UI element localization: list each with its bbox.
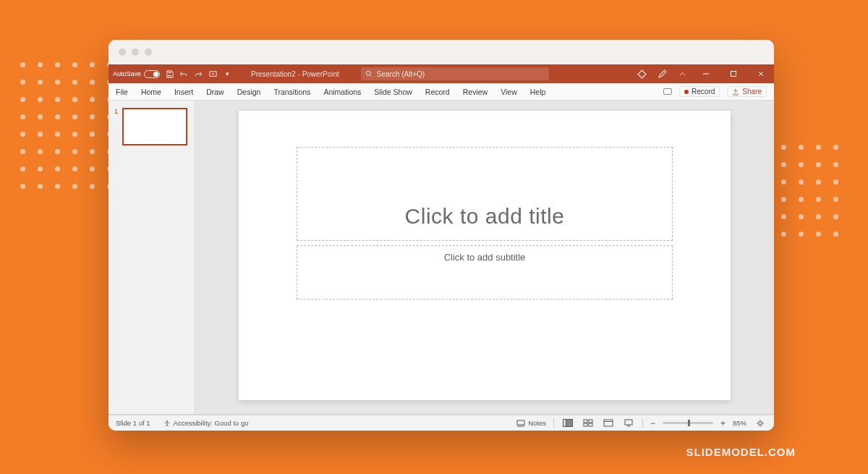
slide[interactable]: Click to add title Click to add subtitle bbox=[239, 111, 731, 400]
undo-icon[interactable] bbox=[179, 69, 189, 79]
svg-rect-6 bbox=[517, 420, 524, 425]
record-button[interactable]: Record bbox=[679, 86, 720, 97]
accessibility-icon bbox=[163, 420, 171, 427]
brand-watermark: SLIDEMODEL.COM bbox=[686, 446, 796, 458]
autosave-label: AutoSave bbox=[113, 70, 141, 77]
document-title: Presentation2 - PowerPoint bbox=[251, 70, 339, 78]
browser-frame: AutoSave ▾ Presentation2 - PowerPoint Se… bbox=[109, 40, 774, 431]
start-from-beginning-icon[interactable] bbox=[208, 69, 218, 79]
workspace: 1 Click to add title Click to add subtit… bbox=[109, 101, 774, 415]
slide-thumbnail-panel: 1 bbox=[109, 101, 195, 414]
notes-button[interactable]: Notes bbox=[516, 419, 546, 427]
zoom-level[interactable]: 85% bbox=[733, 419, 746, 427]
traffic-light-icon bbox=[145, 48, 152, 56]
tab-insert[interactable]: Insert bbox=[174, 88, 193, 96]
pen-icon[interactable] bbox=[657, 69, 667, 79]
zoom-out-button[interactable]: − bbox=[650, 418, 655, 428]
close-button[interactable] bbox=[752, 70, 770, 77]
title-placeholder[interactable]: Click to add title bbox=[297, 147, 673, 241]
title-bar: AutoSave ▾ Presentation2 - PowerPoint Se… bbox=[109, 64, 774, 83]
tab-slide-show[interactable]: Slide Show bbox=[374, 88, 412, 96]
accessibility-status[interactable]: Accessibility: Good to go bbox=[163, 419, 249, 427]
powerpoint-app: AutoSave ▾ Presentation2 - PowerPoint Se… bbox=[109, 64, 774, 431]
svg-point-1 bbox=[366, 71, 370, 75]
slide-counter: Slide 1 of 1 bbox=[116, 419, 150, 427]
svg-rect-11 bbox=[589, 420, 592, 423]
slide-thumbnail[interactable]: 1 bbox=[114, 108, 189, 145]
tab-help[interactable]: Help bbox=[530, 88, 546, 96]
browser-tabbar bbox=[109, 40, 774, 64]
tab-home[interactable]: Home bbox=[141, 88, 161, 96]
svg-line-2 bbox=[370, 75, 372, 77]
autosave-toggle[interactable]: AutoSave bbox=[113, 70, 160, 78]
svg-point-5 bbox=[166, 420, 168, 422]
tab-record[interactable]: Record bbox=[425, 88, 450, 96]
redo-icon[interactable] bbox=[193, 69, 203, 79]
slide-canvas-area: Click to add title Click to add subtitle bbox=[195, 101, 774, 414]
record-dot-icon bbox=[684, 90, 689, 94]
slide-sorter-button[interactable] bbox=[582, 418, 595, 428]
save-icon[interactable] bbox=[164, 69, 174, 79]
zoom-in-button[interactable]: + bbox=[720, 418, 726, 428]
svg-rect-16 bbox=[625, 420, 632, 425]
tab-animations[interactable]: Animations bbox=[323, 88, 361, 96]
tab-review[interactable]: Review bbox=[463, 88, 488, 96]
normal-view-button[interactable] bbox=[561, 418, 574, 428]
divider bbox=[553, 418, 554, 428]
title-placeholder-text: Click to add title bbox=[405, 204, 565, 229]
search-input[interactable]: Search (Alt+Q) bbox=[361, 67, 549, 80]
svg-rect-12 bbox=[584, 423, 587, 426]
svg-rect-13 bbox=[589, 423, 592, 426]
slideshow-view-button[interactable] bbox=[622, 418, 635, 428]
zoom-slider[interactable] bbox=[663, 422, 713, 424]
svg-rect-14 bbox=[604, 420, 613, 426]
search-placeholder: Search (Alt+Q) bbox=[377, 70, 425, 78]
tab-draw[interactable]: Draw bbox=[206, 88, 224, 96]
record-label: Record bbox=[692, 88, 715, 96]
ribbon-options-icon[interactable] bbox=[677, 69, 687, 79]
minimize-button[interactable] bbox=[697, 70, 715, 77]
maximize-button[interactable] bbox=[725, 70, 742, 77]
svg-rect-10 bbox=[584, 420, 587, 423]
subtitle-placeholder[interactable]: Click to add subtitle bbox=[297, 245, 673, 300]
notes-icon bbox=[516, 420, 525, 427]
subtitle-placeholder-text: Click to add subtitle bbox=[444, 252, 526, 263]
zoom-slider-thumb bbox=[688, 420, 690, 426]
ribbon-tabs: File Home Insert Draw Design Transitions… bbox=[109, 83, 774, 101]
thumbnail-preview bbox=[122, 108, 187, 145]
comments-icon[interactable] bbox=[663, 88, 672, 95]
traffic-light-icon bbox=[119, 48, 126, 56]
fit-to-window-button[interactable] bbox=[754, 418, 767, 428]
thumbnail-number: 1 bbox=[114, 108, 118, 145]
qat-dropdown-icon[interactable]: ▾ bbox=[222, 69, 232, 79]
traffic-light-icon bbox=[132, 48, 139, 56]
toggle-icon bbox=[144, 70, 160, 78]
reading-view-button[interactable] bbox=[602, 418, 615, 428]
status-bar: Slide 1 of 1 Accessibility: Good to go N… bbox=[109, 415, 774, 431]
diamond-icon[interactable] bbox=[637, 69, 647, 79]
search-icon bbox=[365, 70, 373, 77]
tab-view[interactable]: View bbox=[501, 88, 517, 96]
share-label: Share bbox=[742, 88, 762, 96]
share-icon bbox=[732, 88, 739, 96]
tab-transitions[interactable]: Transitions bbox=[273, 88, 310, 96]
tab-design[interactable]: Design bbox=[237, 88, 261, 96]
divider bbox=[642, 418, 643, 428]
svg-rect-9 bbox=[563, 420, 566, 427]
tab-file[interactable]: File bbox=[116, 88, 128, 96]
share-button[interactable]: Share bbox=[727, 86, 767, 97]
svg-rect-4 bbox=[731, 72, 736, 77]
